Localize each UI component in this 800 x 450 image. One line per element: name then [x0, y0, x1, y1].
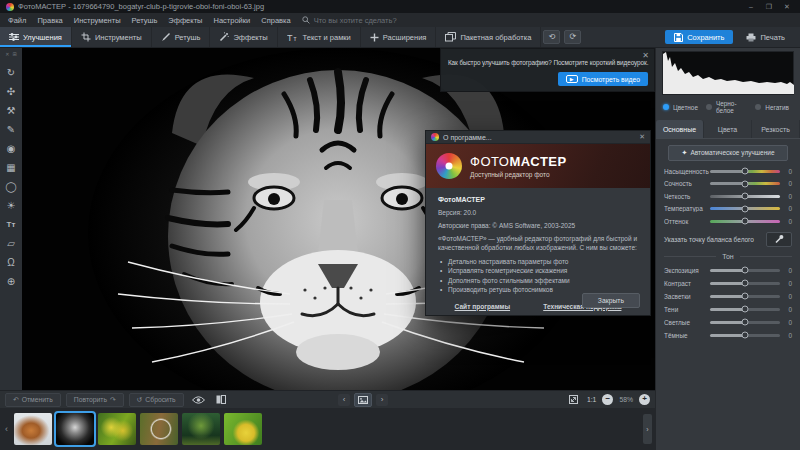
radio-color[interactable] — [663, 104, 669, 110]
slider-track[interactable] — [710, 195, 780, 198]
menu-settings[interactable]: Настройки — [213, 16, 250, 25]
tab-effects[interactable]: Эффекты — [210, 27, 277, 47]
rotate-right-button[interactable]: ⟳ — [564, 30, 581, 44]
mode-bw-label[interactable]: Черно-белое — [716, 100, 747, 114]
slider-handle[interactable] — [742, 205, 749, 212]
text-icon: Tт — [287, 32, 299, 42]
slider-label: Температура — [664, 205, 710, 212]
slider-handle[interactable] — [742, 267, 749, 274]
zoom-in-button[interactable]: + — [639, 394, 650, 405]
reset-button[interactable]: ↺ Сбросить — [129, 393, 184, 407]
vignette-tool[interactable]: ◯ — [2, 177, 20, 196]
thumbnail-flower-butterfly[interactable] — [224, 413, 262, 445]
thumbnail-tiger-black-white[interactable] — [56, 413, 94, 445]
minimize-button[interactable]: – — [744, 3, 758, 10]
slider-handle[interactable] — [742, 319, 749, 326]
search-box[interactable]: Что вы хотите сделать? — [302, 16, 397, 25]
panel-tab-colors[interactable]: Цвета — [704, 120, 752, 138]
slider-track[interactable] — [710, 295, 780, 298]
watch-video-button[interactable]: ▶ Посмотреть видео — [558, 72, 648, 86]
eyedropper-button[interactable] — [766, 232, 792, 247]
slider-track[interactable] — [710, 282, 780, 285]
target-correction-tool[interactable]: ⊕ — [2, 272, 20, 291]
app-description: «ФотоМАСТЕР» — удобный редактор фотограф… — [438, 234, 638, 253]
slider-handle[interactable] — [742, 180, 749, 187]
maximize-button[interactable]: ❐ — [762, 3, 776, 11]
next-photo-button[interactable]: › — [376, 394, 388, 406]
lighting-tool[interactable]: ☀ — [2, 196, 20, 215]
slider-track[interactable] — [710, 269, 780, 272]
slider-track[interactable] — [710, 334, 780, 337]
redo-button[interactable]: Повторить ↷ — [66, 393, 124, 407]
slider-handle[interactable] — [742, 168, 749, 175]
photo-list-button[interactable] — [354, 393, 372, 407]
radial-filter-tool[interactable]: ◉ — [2, 139, 20, 158]
slider-handle[interactable] — [742, 332, 749, 339]
dialog-titlebar[interactable]: О программе... ✕ — [426, 131, 650, 144]
slider-handle[interactable] — [742, 293, 749, 300]
radio-negative[interactable] — [755, 104, 761, 110]
thumbnail-parrots[interactable] — [98, 413, 136, 445]
undo-button[interactable]: ↶ Отменить — [5, 393, 61, 407]
text-tool[interactable]: Tт — [2, 215, 20, 234]
banner-close-icon[interactable]: ✕ — [642, 51, 649, 60]
zoom-out-button[interactable]: − — [602, 394, 613, 405]
fit-screen-button[interactable] — [566, 395, 581, 404]
auto-enhance-button[interactable]: ✦Автоматическое улучшение — [668, 145, 788, 161]
print-button[interactable]: Печать — [741, 30, 790, 44]
compare-x-icon[interactable]: ✕ — [5, 51, 9, 57]
thumbnail-forest-deer[interactable] — [182, 413, 220, 445]
before-after-button[interactable] — [213, 395, 229, 404]
slider-track[interactable] — [710, 182, 780, 185]
slider-track[interactable] — [710, 308, 780, 311]
rotate-left-button[interactable]: ⟲ — [543, 30, 560, 44]
slider-track[interactable] — [710, 321, 780, 324]
dialog-close-icon[interactable]: ✕ — [639, 133, 645, 141]
slider-handle[interactable] — [742, 306, 749, 313]
thumbnail-frog-nature[interactable] — [140, 413, 178, 445]
radio-bw[interactable] — [706, 104, 712, 110]
show-original-button[interactable] — [189, 396, 208, 404]
eraser-tool[interactable]: ▱ — [2, 234, 20, 253]
menu-help[interactable]: Справка — [261, 16, 290, 25]
slider-handle[interactable] — [742, 218, 749, 225]
slider-label: Тёмные — [664, 332, 710, 339]
zoom-actual-button[interactable]: 1:1 — [587, 396, 596, 403]
mode-color-label[interactable]: Цветное — [673, 104, 698, 111]
dialog-close-button[interactable]: Закрыть — [582, 293, 640, 308]
site-link[interactable]: Сайт программы — [455, 302, 511, 312]
panel-tab-basic[interactable]: Основные — [656, 120, 704, 138]
slider-track[interactable] — [710, 207, 780, 210]
slider-handle[interactable] — [742, 280, 749, 287]
filmstrip-expand-button[interactable]: › — [643, 414, 652, 444]
tab-enhancements[interactable]: Улучшения — [0, 27, 72, 47]
magnet-lasso-tool[interactable]: Ω — [2, 253, 20, 272]
tab-extensions[interactable]: Расширения — [361, 27, 437, 47]
panel-tab-sharpness[interactable]: Резкость — [752, 120, 800, 138]
close-button[interactable]: ✕ — [780, 3, 794, 11]
menu-file[interactable]: Файл — [8, 16, 26, 25]
tab-batch-processing[interactable]: Пакетная обработка — [436, 27, 541, 47]
crop-rotate-tool[interactable]: ↻ — [2, 63, 20, 82]
divider — [740, 256, 792, 257]
compare-grid-icon[interactable]: ⊞ — [13, 51, 17, 57]
grid-filter-tool[interactable]: ▦ — [2, 158, 20, 177]
tab-text-frames[interactable]: Tт Текст и рамки — [278, 27, 361, 47]
thumbnail-tiger-in-snow[interactable] — [14, 413, 52, 445]
tab-tools[interactable]: Инструменты — [72, 27, 152, 47]
tab-retouch[interactable]: Ретушь — [152, 27, 211, 47]
menu-tools[interactable]: Инструменты — [74, 16, 121, 25]
filmstrip-collapse-icon[interactable]: ‹ — [3, 424, 10, 434]
healing-tool[interactable]: ✣ — [2, 82, 20, 101]
brush-tool[interactable]: ✎ — [2, 120, 20, 139]
menu-effects[interactable]: Эффекты — [168, 16, 202, 25]
slider-track[interactable] — [710, 170, 780, 173]
slider-track[interactable] — [710, 220, 780, 223]
mode-negative-label[interactable]: Негатив — [765, 104, 789, 111]
menu-edit[interactable]: Правка — [37, 16, 62, 25]
prev-photo-button[interactable]: ‹ — [338, 394, 350, 406]
slider-handle[interactable] — [742, 193, 749, 200]
save-button[interactable]: Сохранить — [665, 30, 733, 44]
menu-retouch[interactable]: Ретушь — [132, 16, 158, 25]
stamp-tool[interactable]: ⚒ — [2, 101, 20, 120]
